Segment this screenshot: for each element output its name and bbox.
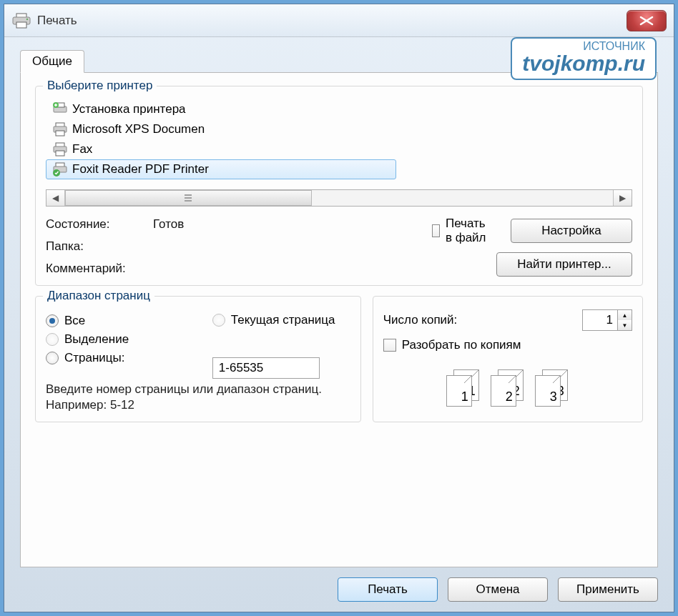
copies-group: Число копий: ▲ ▼ Разобрать по копиям [373, 296, 643, 422]
printer-list: Установка принтера Microsoft XPS Documen [46, 99, 632, 179]
page-range-legend: Диапазон страниц [43, 289, 154, 303]
print-button[interactable]: Печать [338, 577, 438, 602]
svg-rect-2 [16, 22, 26, 28]
close-icon [639, 16, 654, 26]
pdf-printer-icon [52, 162, 68, 177]
collate-checkbox[interactable] [383, 339, 396, 352]
dialog-buttons: Печать Отмена Применить [20, 567, 658, 602]
printer-group: Выберите принтер Установка принтера [35, 86, 643, 286]
state-value: Готов [153, 217, 453, 232]
lower-panels: Диапазон страниц Все Выделение [35, 296, 643, 422]
range-pages-radio[interactable] [46, 352, 59, 364]
copies-up-button[interactable]: ▲ [618, 310, 632, 320]
find-printer-button[interactable]: Найти принтер... [496, 252, 632, 277]
printer-item-label: Foxit Reader PDF Printer [72, 162, 209, 177]
range-selection-label: Выделение [64, 332, 129, 347]
pages-input[interactable] [212, 357, 320, 379]
svg-rect-9 [56, 131, 64, 136]
printer-icon [11, 13, 31, 29]
page-icon: 3 [535, 375, 561, 407]
scroll-left-button[interactable]: ◀ [46, 190, 65, 206]
apply-button[interactable]: Применить [558, 577, 658, 602]
cancel-button[interactable]: Отмена [448, 577, 548, 602]
page-range-group: Диапазон страниц Все Выделение [35, 296, 361, 422]
watermark-url: tvojkomp.ru [522, 53, 645, 74]
copies-down-button[interactable]: ▼ [618, 320, 632, 330]
printer-item-foxit[interactable]: Foxit Reader PDF Printer [46, 159, 396, 179]
collate-preview: 1 1 2 2 3 3 [383, 369, 632, 407]
add-printer-icon [52, 102, 68, 116]
arrow-left-icon: ◀ [52, 193, 59, 203]
printer-item-fax[interactable]: Fax [46, 139, 353, 159]
print-dialog: Печать ИСТОЧНИК tvojkomp.ru Общие Выбери… [4, 4, 674, 612]
printer-item-label: Установка принтера [72, 102, 186, 116]
scroll-track[interactable] [65, 190, 613, 206]
window-title: Печать [37, 14, 627, 28]
copies-spinner[interactable]: ▲ ▼ [582, 309, 632, 331]
printer-group-legend: Выберите принтер [43, 79, 157, 93]
tab-panel-general: Выберите принтер Установка принтера [20, 72, 658, 567]
printer-item-label: Fax [72, 142, 92, 157]
printer-item-label: Microsoft XPS Documen [72, 122, 205, 136]
range-selection-radio[interactable] [46, 333, 59, 346]
printer-item-add[interactable]: Установка принтера [46, 99, 353, 119]
page-icon: 1 [446, 375, 472, 407]
printer-status: Состояние: Готов Печать в файл Настройка… [46, 217, 632, 277]
print-to-file-checkbox[interactable] [432, 224, 440, 237]
page-icon: 2 [491, 375, 516, 407]
dialog-body: ИСТОЧНИК tvojkomp.ru Общие Выберите прин… [4, 37, 674, 612]
state-label: Состояние: [46, 217, 153, 232]
source-watermark: ИСТОЧНИК tvojkomp.ru [511, 37, 657, 80]
fax-icon [52, 142, 68, 157]
page-stack-3: 3 3 [535, 369, 569, 407]
page-stack-2: 2 2 [491, 369, 525, 407]
svg-point-3 [26, 18, 28, 19]
close-button[interactable] [627, 10, 667, 31]
titlebar: Печать [4, 4, 674, 37]
copies-input[interactable] [583, 310, 617, 330]
settings-button[interactable]: Настройка [511, 219, 632, 243]
printer-item-xps[interactable]: Microsoft XPS Documen [46, 119, 353, 139]
page-range-hint: Введите номер страницы или диапазон стра… [46, 382, 350, 413]
copies-count-label: Число копий: [383, 313, 575, 327]
svg-rect-12 [56, 151, 64, 156]
range-all-radio[interactable] [46, 314, 59, 327]
scroll-thumb[interactable] [65, 190, 312, 206]
folder-label: Папка: [46, 239, 153, 254]
range-current-label: Текущая страница [231, 314, 335, 327]
range-pages-label: Страницы: [64, 351, 125, 365]
page-stack-1: 1 1 [446, 369, 481, 407]
range-all-label: Все [64, 314, 85, 328]
collate-label: Разобрать по копиям [402, 338, 521, 352]
printer-icon [52, 122, 68, 136]
printer-list-scrollbar[interactable]: ◀ ▶ [46, 189, 632, 207]
tab-general[interactable]: Общие [20, 50, 84, 73]
scroll-right-button[interactable]: ▶ [613, 190, 632, 206]
comment-label: Комментарий: [46, 262, 153, 276]
range-current-radio[interactable] [212, 314, 225, 327]
arrow-right-icon: ▶ [619, 193, 626, 203]
print-to-file-label: Печать в файл [446, 217, 491, 245]
